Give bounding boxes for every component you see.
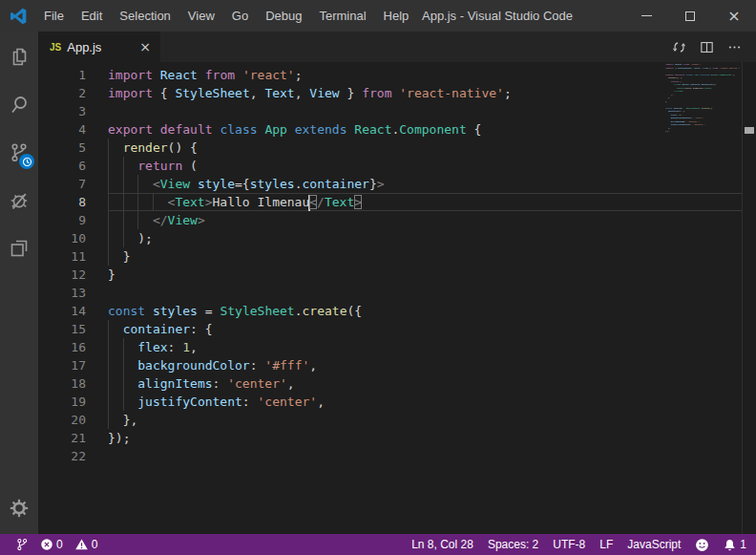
line-number[interactable]: 16 — [38, 338, 108, 356]
activity-extensions[interactable] — [0, 224, 38, 272]
menu-file[interactable]: File — [35, 0, 73, 32]
activity-source-control[interactable] — [0, 129, 38, 177]
more-actions-icon[interactable] — [726, 39, 743, 55]
menu-selection[interactable]: Selection — [111, 0, 178, 32]
line-number[interactable]: 2 — [38, 84, 108, 102]
line-number[interactable]: 17 — [38, 356, 108, 374]
line-code[interactable]: <Text>Hallo Ilmenau</Text> — [108, 193, 742, 211]
language-mode[interactable]: JavaScript — [627, 538, 681, 551]
line-number[interactable]: 21 — [38, 429, 108, 447]
minimap[interactable]: import React from 'react';import { Style… — [665, 62, 742, 349]
code-line[interactable]: 17backgroundColor: '#fff', — [38, 356, 742, 374]
line-number[interactable]: 13 — [38, 284, 108, 302]
line-number[interactable]: 20 — [38, 411, 108, 429]
line-code[interactable]: alignItems: 'center', — [108, 374, 742, 393]
code-line[interactable]: 19justifyContent: 'center', — [38, 393, 742, 411]
line-code[interactable] — [108, 447, 742, 465]
code-line[interactable]: 6return ( — [38, 157, 742, 175]
line-number[interactable]: 19 — [38, 393, 108, 411]
line-number[interactable]: 18 — [38, 374, 108, 393]
line-code[interactable]: flex: 1, — [108, 338, 742, 356]
line-code[interactable]: container: { — [108, 320, 742, 338]
problems-item[interactable]: 0 0 — [40, 538, 97, 551]
line-code[interactable]: return ( — [108, 157, 742, 175]
menu-help[interactable]: Help — [375, 0, 418, 32]
git-branch-item[interactable] — [15, 537, 29, 552]
line-number[interactable]: 4 — [38, 120, 108, 139]
line-code[interactable]: </View> — [108, 211, 742, 229]
line-code[interactable]: }); — [108, 429, 742, 447]
line-code[interactable]: ); — [108, 229, 742, 247]
line-code[interactable]: <View style={styles.container}> — [108, 175, 742, 193]
line-number[interactable]: 12 — [38, 266, 108, 284]
line-number[interactable]: 11 — [38, 247, 108, 266]
line-number[interactable]: 1 — [38, 66, 108, 84]
activity-search[interactable] — [0, 81, 38, 129]
line-number[interactable]: 22 — [38, 447, 108, 465]
line-number[interactable]: 8 — [38, 193, 108, 211]
menu-terminal[interactable]: Terminal — [310, 0, 374, 32]
line-number[interactable]: 7 — [38, 175, 108, 193]
line-number[interactable]: 9 — [38, 211, 108, 229]
activity-debug[interactable] — [0, 177, 38, 224]
code-line[interactable]: 10); — [38, 229, 742, 247]
code-line[interactable]: 11} — [38, 247, 742, 266]
line-code[interactable]: justifyContent: 'center', — [108, 393, 742, 411]
line-code[interactable]: } — [108, 266, 742, 284]
line-code[interactable]: import { StyleSheet, Text, View } from '… — [108, 84, 742, 102]
split-editor-icon[interactable] — [699, 39, 715, 55]
code-line[interactable]: 15container: { — [38, 320, 742, 338]
line-number[interactable]: 14 — [38, 302, 108, 320]
code-line[interactable]: 5render() { — [38, 139, 742, 157]
overview-ruler[interactable] — [742, 62, 756, 534]
line-number[interactable]: 3 — [38, 102, 108, 120]
line-number[interactable]: 15 — [38, 320, 108, 338]
line-number[interactable]: 5 — [38, 139, 108, 157]
line-code[interactable]: render() { — [108, 139, 742, 157]
open-changes-icon[interactable] — [671, 39, 687, 55]
line-code[interactable]: } — [108, 247, 742, 266]
line-number[interactable]: 10 — [38, 229, 108, 247]
menu-edit[interactable]: Edit — [73, 0, 111, 32]
maximize-button[interactable] — [668, 0, 712, 32]
feedback-item[interactable] — [695, 538, 709, 552]
code-line[interactable]: 2import { StyleSheet, Text, View } from … — [38, 84, 742, 102]
code-line[interactable]: 16flex: 1, — [38, 338, 742, 356]
activity-explorer[interactable] — [0, 33, 38, 81]
code-line[interactable]: 22 — [38, 447, 742, 465]
encoding[interactable]: UTF-8 — [553, 538, 585, 551]
menu-view[interactable]: View — [179, 0, 223, 32]
close-button[interactable]: × — [712, 0, 756, 32]
code-line[interactable]: 7<View style={styles.container}> — [38, 175, 742, 193]
code-editor[interactable]: 1import React from 'react';2import { Sty… — [38, 62, 756, 534]
cursor-position[interactable]: Ln 8, Col 28 — [411, 538, 473, 551]
menu-debug[interactable]: Debug — [257, 0, 310, 32]
code-line[interactable]: 12} — [38, 266, 742, 284]
line-code[interactable]: }, — [108, 411, 742, 429]
code-line[interactable]: 3 — [38, 102, 742, 120]
code-line[interactable]: 14const styles = StyleSheet.create({ — [38, 302, 742, 320]
indentation[interactable]: Spaces: 2 — [488, 538, 538, 551]
menu-go[interactable]: Go — [223, 0, 257, 32]
tab-close-icon[interactable]: × — [139, 39, 151, 54]
code-line[interactable]: 13 — [38, 284, 742, 302]
manage-settings[interactable] — [0, 484, 38, 532]
line-code[interactable] — [108, 102, 742, 120]
line-code[interactable]: const styles = StyleSheet.create({ — [108, 302, 742, 320]
code-line[interactable]: 4export default class App extends React.… — [38, 120, 742, 139]
code-line[interactable]: 1import React from 'react'; — [38, 66, 742, 84]
line-code[interactable]: import React from 'react'; — [108, 66, 742, 84]
code-line[interactable]: 21}); — [38, 429, 742, 447]
code-line[interactable]: 20}, — [38, 411, 742, 429]
code-line[interactable]: 8<Text>Hallo Ilmenau</Text> — [38, 193, 742, 211]
line-code[interactable]: backgroundColor: '#fff', — [108, 356, 742, 374]
line-number[interactable]: 6 — [38, 157, 108, 175]
code-line[interactable]: 18alignItems: 'center', — [38, 374, 742, 393]
minimize-button[interactable] — [624, 0, 668, 32]
code-line[interactable]: 9</View> — [38, 211, 742, 229]
tab-appjs[interactable]: JS App.js × — [38, 32, 160, 62]
eol-sequence[interactable]: LF — [599, 538, 613, 551]
line-code[interactable]: export default class App extends React.C… — [108, 120, 742, 139]
line-code[interactable] — [108, 284, 742, 302]
notifications-item[interactable]: 1 — [724, 538, 746, 552]
